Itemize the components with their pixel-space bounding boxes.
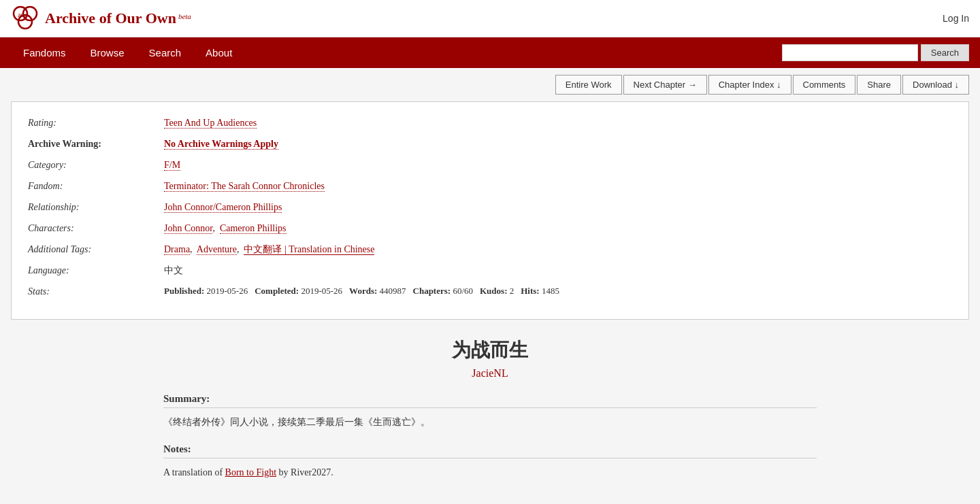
tag-link-2[interactable]: 中文翻译 | Translation in Chinese — [244, 244, 374, 255]
work-info-box: Rating: Teen And Up Audiences Archive Wa… — [11, 101, 969, 320]
work-title: 为战而生 — [163, 337, 817, 363]
summary-heading: Summary: — [163, 393, 817, 408]
rating-label: Rating: — [28, 116, 164, 130]
kudos-stat: Kudos: 2 — [480, 284, 514, 299]
work-author: JacieNL — [163, 367, 817, 380]
search-form: Search — [782, 44, 969, 61]
relationship-row: Relationship: John Connor/Cameron Philli… — [28, 200, 952, 214]
words-stat: Words: 440987 — [349, 284, 406, 299]
tags-value: Drama, Adventure, 中文翻译 | Translation in … — [164, 242, 374, 256]
comments-button[interactable]: Comments — [793, 75, 856, 95]
chapter-nav: Entire Work Next Chapter → Chapter Index… — [0, 68, 980, 101]
top-bar: ao Archive of Our Ownbeta Log In — [0, 0, 980, 37]
language-label: Language: — [28, 263, 164, 278]
chapter-index-button[interactable]: Chapter Index ↓ — [708, 75, 791, 95]
notes-section: Notes: A translation of Born to Fight by… — [163, 443, 817, 480]
rating-value: Teen And Up Audiences — [164, 116, 257, 130]
characters-value: John Connor, Cameron Phillips — [164, 221, 287, 235]
nav-about[interactable]: About — [193, 37, 244, 68]
search-button[interactable]: Search — [921, 44, 969, 61]
notes-content: A translation of Born to Fight by River2… — [163, 465, 817, 480]
warning-row: Archive Warning: No Archive Warnings App… — [28, 137, 952, 151]
notes-source-link[interactable]: Born to Fight — [225, 467, 276, 477]
stats-values: Published: 2019-05-26 Completed: 2019-05… — [164, 284, 559, 299]
characters-row: Characters: John Connor, Cameron Phillip… — [28, 221, 952, 235]
tags-label: Additional Tags: — [28, 242, 164, 256]
download-button[interactable]: Download ↓ — [902, 75, 969, 95]
category-row: Category: F/M — [28, 158, 952, 172]
nav-fandoms[interactable]: Fandoms — [11, 37, 78, 68]
share-button[interactable]: Share — [857, 75, 901, 95]
notes-heading: Notes: — [163, 443, 817, 458]
relationship-value: John Connor/Cameron Phillips — [164, 200, 282, 214]
fandom-row: Fandom: Terminator: The Sarah Connor Chr… — [28, 179, 952, 193]
warning-link[interactable]: No Archive Warnings Apply — [164, 139, 278, 150]
tag-link-1[interactable]: Adventure — [197, 244, 237, 255]
svg-text:ao: ao — [18, 11, 24, 18]
hits-stat: Hits: 1485 — [521, 284, 559, 299]
relationship-label: Relationship: — [28, 200, 164, 214]
summary-section: Summary: 《终结者外传》同人小说，接续第二季最后一集《生而逃亡》。 — [163, 393, 817, 430]
fandom-value: Terminator: The Sarah Connor Chronicles — [164, 179, 325, 193]
fandom-link[interactable]: Terminator: The Sarah Connor Chronicles — [164, 181, 325, 192]
rating-row: Rating: Teen And Up Audiences — [28, 116, 952, 130]
stats-label: Stats: — [28, 284, 164, 299]
warning-label: Archive Warning: — [28, 137, 164, 151]
svg-point-1 — [23, 7, 37, 20]
site-title: Archive of Our Ownbeta — [45, 10, 191, 27]
language-row: Language: 中文 — [28, 263, 952, 278]
next-chapter-button[interactable]: Next Chapter → — [623, 75, 707, 95]
warning-value: No Archive Warnings Apply — [164, 137, 278, 151]
nav-browse[interactable]: Browse — [78, 37, 137, 68]
category-label: Category: — [28, 158, 164, 172]
characters-label: Characters: — [28, 221, 164, 235]
rating-link[interactable]: Teen And Up Audiences — [164, 118, 257, 129]
character-link-0[interactable]: John Connor — [164, 223, 212, 234]
category-link[interactable]: F/M — [164, 160, 180, 171]
character-link-1[interactable]: Cameron Phillips — [220, 223, 287, 234]
beta-badge: beta — [178, 12, 191, 20]
category-value: F/M — [164, 158, 180, 172]
completed-stat: Completed: 2019-05-26 — [255, 284, 342, 299]
nav-search[interactable]: Search — [137, 37, 194, 68]
tags-row: Additional Tags: Drama, Adventure, 中文翻译 … — [28, 242, 952, 256]
tag-link-0[interactable]: Drama — [164, 244, 190, 255]
stats-row: Stats: Published: 2019-05-26 Completed: … — [28, 284, 952, 299]
relationship-link[interactable]: John Connor/Cameron Phillips — [164, 202, 282, 213]
nav-bar: Fandoms Browse Search About Search — [0, 37, 980, 68]
search-input[interactable] — [782, 44, 918, 61]
fandom-label: Fandom: — [28, 179, 164, 193]
summary-content: 《终结者外传》同人小说，接续第二季最后一集《生而逃亡》。 — [163, 415, 817, 430]
main-content: 为战而生 JacieNL Summary: 《终结者外传》同人小说，接续第二季最… — [150, 331, 830, 504]
chapters-stat: Chapters: 60/60 — [413, 284, 473, 299]
entire-work-button[interactable]: Entire Work — [555, 75, 622, 95]
login-link[interactable]: Log In — [943, 13, 969, 24]
published-stat: Published: 2019-05-26 — [164, 284, 248, 299]
logo-icon: ao — [11, 4, 39, 33]
language-value: 中文 — [164, 263, 183, 278]
logo-area: ao Archive of Our Ownbeta — [11, 4, 191, 33]
